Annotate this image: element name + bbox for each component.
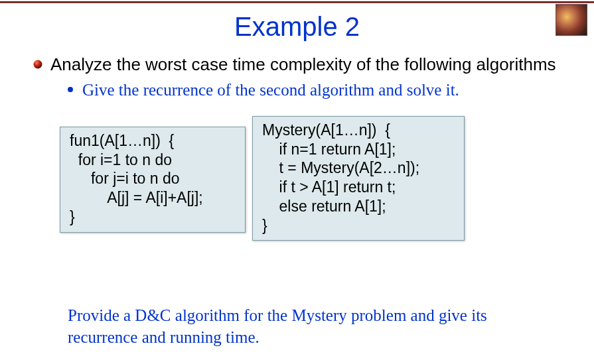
footer-instruction: Provide a D&C algorithm for the Mystery … (68, 305, 559, 348)
disc-bullet-icon (68, 87, 73, 92)
slide-title: Example 2 (0, 12, 594, 42)
decorative-fractal-image (556, 4, 587, 36)
sub-bullet-text-1: Give the recurrence of the second algori… (82, 80, 459, 100)
svg-point-0 (34, 60, 42, 69)
bullet-text-1: Analyze the worst case time complexity o… (50, 54, 556, 76)
slide-content: Analyze the worst case time complexity o… (0, 42, 594, 255)
code-box-mystery: Mystery(A[1…n]) { if n=1 return A[1]; t … (252, 116, 465, 241)
code-box-fun1: fun1(A[1…n]) { for i=1 to n do for j=i t… (60, 127, 246, 233)
sphere-bullet-icon (33, 60, 42, 69)
sub-bullet-item-1: Give the recurrence of the second algori… (68, 80, 567, 100)
bullet-item-1: Analyze the worst case time complexity o… (33, 54, 567, 76)
code-area: fun1(A[1…n]) { for i=1 to n do for j=i t… (33, 116, 567, 255)
header-divider (0, 1, 594, 3)
